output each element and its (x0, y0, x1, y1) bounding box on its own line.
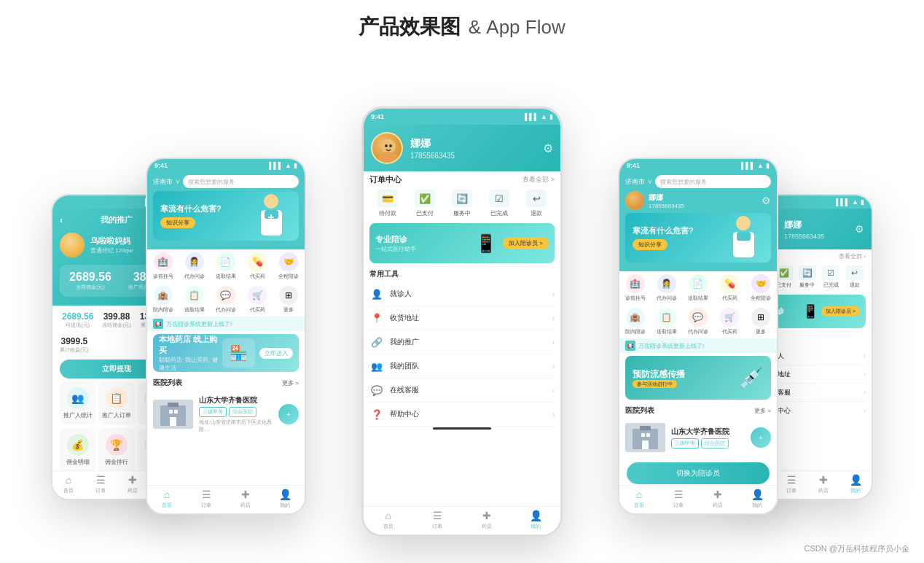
search-box[interactable]: 搜索您想要的服务 (655, 175, 771, 188)
hospital-more[interactable]: 更多 > (282, 379, 299, 387)
grid-item-3[interactable]: 📄 送取结果 (211, 252, 240, 280)
location-tag[interactable]: 济南市 ∨ (153, 177, 180, 187)
icon-r-3: 📄 (689, 274, 708, 293)
svg-rect-20 (640, 426, 651, 430)
promo-grid-item-5[interactable]: 🏆 佣金排行 (98, 428, 134, 472)
tool-help[interactable]: ❓ 帮助中心 › (369, 403, 555, 427)
pro-join-button[interactable]: 加入陪诊员 > (503, 237, 549, 249)
grid-item-4[interactable]: 💊 代买药 (243, 252, 272, 280)
settings-icon[interactable]: ⚙ (855, 223, 864, 235)
grid-r-4[interactable]: 💊 代买药 (716, 274, 744, 302)
grid-item-6[interactable]: 🏨 院内陪诊 (149, 286, 177, 314)
nav-pharmacy[interactable]: ✚ 药店 (462, 510, 512, 530)
nav-home[interactable]: ⌂ 首页 (52, 474, 85, 494)
settings-icon[interactable]: ⚙ (761, 195, 771, 206)
tab-partial-5[interactable]: ↩ 退款 (844, 265, 866, 289)
grid-r-7[interactable]: 📋 送取结果 (652, 308, 681, 335)
hospital-avatar: + (278, 404, 299, 424)
order-tab-pending[interactable]: 💳 待付款 (369, 190, 405, 217)
promo-income-label: 当前佣金(元) (66, 284, 115, 291)
grid-item-8[interactable]: 💬 代办问诊 (211, 286, 240, 314)
tab-partial-3[interactable]: 🔄 服务中 (796, 265, 818, 289)
settings-icon[interactable]: ⚙ (543, 141, 553, 155)
tools-title: 常用工具 (369, 269, 399, 279)
hospital-card[interactable]: 山东大学齐鲁医院 三级甲等 综合医院 + (625, 419, 771, 457)
grid-item-9[interactable]: 🛒 代买药 (243, 286, 272, 314)
hospital-card[interactable]: 山东大学齐鲁医院 三级甲等 综合医院 地址:山东省济南市历下区文化西路... + (153, 391, 299, 438)
banner-cta[interactable]: 知识分享 (633, 239, 667, 250)
nav-pharmacy[interactable]: ✚ 药店 (698, 489, 737, 509)
grid-r-2[interactable]: 👩‍⚕️ 代办问诊 (652, 274, 681, 302)
tab-label-5: 退款 (850, 282, 860, 289)
hospital-more[interactable]: 更多 > (754, 407, 771, 415)
icon-circle-8: 💬 (216, 286, 235, 305)
promo-grid-item-1[interactable]: 👥 推广人统计 (60, 381, 95, 425)
grid-item-5[interactable]: 🤝 全程陪诊 (275, 252, 303, 280)
nav-orders[interactable]: ☰ 订单 (187, 489, 226, 509)
nav-mine[interactable]: 👤 我的 (512, 510, 561, 530)
label-r-3: 送取结果 (688, 295, 708, 302)
order-tab-refund[interactable]: ↩ 退款 (519, 190, 555, 217)
tool-address[interactable]: 📍 收货地址 › (369, 306, 555, 330)
nav-orders[interactable]: ☰ 订单 (85, 474, 117, 494)
grid-r-5[interactable]: 🤝 全程陪诊 (747, 274, 775, 302)
banner-text: 寒流有什么危害? 知识分享 (160, 203, 222, 228)
nav-mine[interactable]: 👤 我的 (737, 489, 777, 509)
tab-partial-4[interactable]: ☑ 已完成 (820, 265, 842, 289)
grid-item-7[interactable]: 📋 送取结果 (180, 286, 208, 314)
icon-label-2: 代办问诊 (184, 273, 205, 280)
grid-item-more[interactable]: ⊞ 更多 (275, 286, 303, 314)
order-more[interactable]: 查看全部 > (522, 175, 555, 185)
nav-mine[interactable]: 👤 我的 (265, 489, 305, 509)
nav-orders-r2[interactable]: ☰ 订单 (775, 474, 807, 494)
order-tab-service[interactable]: 🔄 服务中 (444, 190, 479, 217)
title-english: & App Flow (469, 16, 565, 38)
nav-home[interactable]: ⌂ 首页 (364, 510, 413, 530)
tool-team[interactable]: 👥 我的团队 › (369, 354, 555, 378)
grid-item-2[interactable]: 👩‍⚕️ 代办问诊 (180, 252, 208, 280)
switch-companion-button[interactable]: 切换为陪诊员 (627, 462, 770, 484)
nav-pharmacy[interactable]: ✚ 药店 (226, 489, 265, 509)
signal-icon: ▌▌▌ (836, 198, 850, 206)
back-icon[interactable]: ‹ (60, 215, 63, 225)
nav-mine-r2[interactable]: 👤 我的 (839, 474, 872, 494)
pro-join-partial[interactable]: 加入陪诊员 > (821, 306, 860, 317)
flu-btn[interactable]: 参与活动进行中 (633, 380, 677, 388)
nav-home-label: 首页 (383, 523, 394, 530)
mine-icon: 👤 (279, 489, 291, 500)
nav-pharmacy[interactable]: ✚ 药店 (117, 474, 149, 494)
tool-patient[interactable]: 👤 就诊人 › (369, 282, 555, 306)
search-row: 济南市 ∨ 搜索您想要的服务 (153, 175, 299, 188)
ad-cta-button[interactable]: 立即进入 (259, 348, 293, 359)
hospital-section-header: 医院列表 更多 > (147, 375, 305, 389)
tools-header: 常用工具 (364, 266, 560, 281)
promo-grid-item-4[interactable]: 💰 佣金明细 (60, 428, 95, 472)
nav-home[interactable]: ⌂ 首页 (619, 489, 659, 509)
tool-promotion[interactable]: 🔗 我的推广 › (369, 330, 555, 354)
nav-orders[interactable]: ☰ 订单 (659, 489, 698, 509)
grid-r-1[interactable]: 🏥 诊前挂号 (621, 274, 649, 302)
done-label: 已完成 (490, 209, 508, 217)
grid-r-more[interactable]: ⊞ 更多 (747, 308, 775, 335)
hospital-image (625, 423, 665, 452)
location-tag[interactable]: 济南市 ∨ (625, 177, 652, 187)
grid-r-3[interactable]: 📄 送取结果 (684, 274, 712, 302)
order-tab-paid[interactable]: ✅ 已支付 (407, 190, 442, 217)
grid-r-6[interactable]: 🏨 院内陪诊 (621, 308, 649, 335)
nav-pharmacy-label: 药店 (128, 487, 138, 494)
svg-rect-22 (646, 433, 650, 437)
grid-r-9[interactable]: 🛒 代买药 (716, 308, 744, 335)
nav-pharmacy-r2[interactable]: ✚ 药店 (807, 474, 839, 494)
grid-r-8[interactable]: 💬 代办问诊 (684, 308, 712, 335)
grid-item-1[interactable]: 🏥 诊前挂号 (149, 252, 177, 280)
order-view-all[interactable]: 查看全部 › (839, 252, 866, 263)
tool-service[interactable]: 💬 在线客服 › (369, 378, 555, 403)
banner-cta[interactable]: 知识分享 (160, 217, 195, 228)
frozen-label: 冻结佣金(元) (98, 322, 134, 329)
nav-orders[interactable]: ☰ 订单 (413, 510, 463, 530)
nav-home[interactable]: ⌂ 首页 (147, 489, 187, 509)
search-box[interactable]: 搜索您想要的服务 (183, 175, 299, 188)
order-tab-done[interactable]: ☑ 已完成 (482, 190, 517, 217)
svg-rect-7 (168, 403, 179, 407)
promo-grid-item-2[interactable]: 📋 推广人订单 (98, 381, 134, 425)
